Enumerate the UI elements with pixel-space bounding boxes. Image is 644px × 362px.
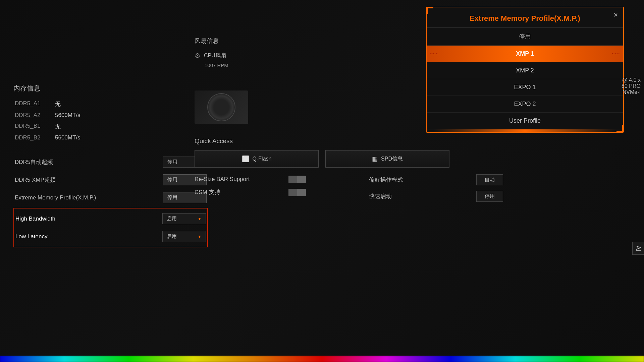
chevron-down-icon: ▼ [198,217,202,221]
spd-label: SPD信息 [381,156,403,163]
rebar-label: Re-Size BAR Support [195,176,288,183]
slot-label: DDR5_A1 [15,100,55,108]
fan-rpm: 1007 RPM [195,62,262,68]
fan-image [195,90,248,124]
slot-label: DDR5_B1 [15,123,55,130]
memory-section-title: 内存信息 [13,84,208,93]
csm-label: CSM 支持 [195,188,288,196]
right-edge-line3: NVMe-I [622,89,641,95]
ai-badge[interactable]: Ai [632,242,644,255]
ddr5-auto-oc-label: DDR5自动超频 [15,158,163,166]
preference-mode-row: 偏好操作模式 自动 [369,174,503,185]
preference-mode-value: 自动 [476,174,503,185]
highlighted-settings-box: High Bandwidth 启用 ▼ Low Latency 启用 ▼ [13,208,208,247]
slot-label: DDR5_A2 [15,112,55,119]
xmp-profile-value: 停用 [167,194,177,201]
slot-value: 5600MT/s [55,134,80,141]
xmp-popup-header: Extreme Memory Profile(X.M.P.) × [427,7,623,28]
toggle-left [288,176,297,183]
fan-info-section: 风扇信息 ⚙ CPU风扇 1007 RPM [195,37,262,71]
fan-item: ⚙ CPU风扇 [195,52,262,60]
xmp-option-xmp1[interactable]: XMP 1 [427,46,623,62]
quick-access-buttons: ⬜ Q-Flash ▦ SPD信息 [195,150,449,168]
right-edge-line2: 80 PRO [622,83,641,89]
low-latency-row: Low Latency 启用 ▼ [14,228,207,245]
fan-icon: ⚙ [195,52,201,60]
preference-mode-label: 偏好操作模式 [369,176,476,184]
spd-icon: ▦ [372,155,378,163]
table-row: DDR5_B2 5600MT/s [13,132,208,143]
fan-label: CPU风扇 [204,52,226,59]
xmp-options-list: 停用 XMP 1 XMP 2 EXPO 1 EXPO 2 User Profil… [427,28,623,129]
xmp-close-button[interactable]: × [613,11,618,19]
xmp-profile-row: Extreme Memory Profile(X.M.P.) 停用 [13,189,208,206]
xmp-option-user[interactable]: User Profile [427,113,623,129]
slot-label: DDR5_B2 [15,134,55,141]
toggle-left [288,189,297,196]
qflash-button[interactable]: ⬜ Q-Flash [195,150,319,168]
left-panel: 内存信息 DDR5_A1 无 DDR5_A2 5600MT/s DDR5_B1 … [13,84,208,247]
popup-border-decoration [433,129,616,132]
fast-boot-label: 快速启动 [369,192,476,200]
high-bandwidth-row: High Bandwidth 启用 ▼ [14,210,207,228]
right-edge-line1: @ 4.0 x [622,77,641,83]
fast-boot-row: 快速启动 停用 [369,191,503,202]
fan-section-title: 风扇信息 [195,37,262,45]
xmp-option-xmp2[interactable]: XMP 2 [427,62,623,79]
fast-boot-value: 停用 [476,191,503,202]
xmp-profile-label: Extreme Memory Profile(X.M.P.) [15,194,163,201]
ddr5-auto-oc-value: 停用 [167,159,177,165]
ddr5-auto-oc-row: DDR5自动超频 停用 ▼ [13,153,208,171]
qflash-label: Q-Flash [253,156,272,162]
right-edge-info: @ 4.0 x 80 PRO NVMe-I [622,77,644,95]
chevron-down-icon: ▼ [198,234,202,239]
low-latency-label: Low Latency [15,233,162,240]
rebar-toggle[interactable] [288,176,306,183]
high-bandwidth-dropdown[interactable]: 启用 ▼ [162,213,206,224]
spd-button[interactable]: ▦ SPD信息 [325,150,449,168]
qflash-icon: ⬜ [242,155,249,163]
xmp-option-expo1[interactable]: EXPO 1 [427,79,623,96]
led-strip [0,356,644,362]
low-latency-dropdown[interactable]: 启用 ▼ [162,231,206,242]
toggle-right [297,189,306,196]
xmp-option-disable[interactable]: 停用 [427,28,623,46]
corner-decoration-tl [427,7,433,14]
table-row: DDR5_A2 5600MT/s [13,110,208,121]
slot-value: 无 [55,123,61,130]
table-row: DDR5_B1 无 [13,121,208,132]
toggle-right [297,176,306,183]
memory-table: DDR5_A1 无 DDR5_A2 5600MT/s DDR5_B1 无 DDR… [13,98,208,143]
low-latency-value: 启用 [167,233,177,240]
xmp-popup-title: Extreme Memory Profile(X.M.P.) [470,14,580,22]
ddr5-xmp-label: DDR5 XMP超频 [15,176,163,184]
csm-toggle[interactable] [288,189,306,196]
quick-access-title: Quick Access [195,137,449,145]
settings-area: DDR5自动超频 停用 ▼ DDR5 XMP超频 停用 Extreme Memo… [13,153,208,206]
high-bandwidth-label: High Bandwidth [15,216,162,222]
ddr5-xmp-value: 停用 [167,177,177,183]
ddr5-xmp-row: DDR5 XMP超频 停用 [13,171,208,189]
slot-value: 无 [55,100,61,108]
high-bandwidth-value: 启用 [167,216,177,222]
table-row: DDR5_A1 无 [13,98,208,110]
xmp-option-expo2[interactable]: EXPO 2 [427,96,623,113]
quick-right-section: 偏好操作模式 自动 快速启动 停用 [369,174,503,207]
xmp-popup: Extreme Memory Profile(X.M.P.) × 停用 XMP … [426,7,624,133]
slot-value: 5600MT/s [55,112,80,119]
corner-decoration-br [616,125,623,132]
